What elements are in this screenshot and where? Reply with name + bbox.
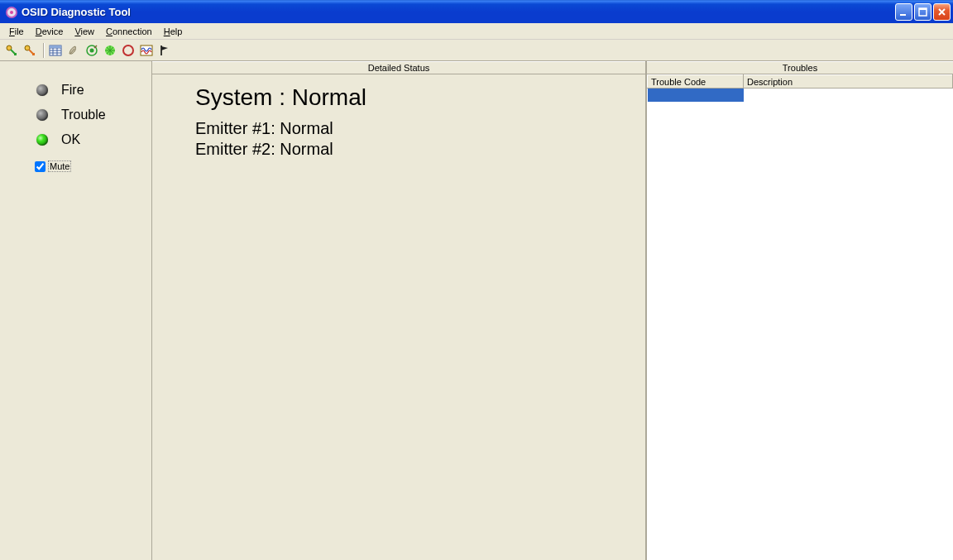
menu-file[interactable]: File	[3, 26, 30, 37]
status-fire-row: Fire	[0, 78, 151, 103]
menu-connection-label-rest: onnection	[113, 26, 152, 36]
title-bar: OSID Diagnostic Tool	[0, 0, 953, 23]
svg-rect-13	[50, 45, 61, 48]
toolbar-connect-green-button[interactable]	[3, 42, 20, 59]
toolbar-connect-orange-button[interactable]	[22, 42, 38, 59]
detailed-status-panel: Detailed Status System : Normal Emitter …	[152, 61, 647, 560]
toolbar	[0, 40, 953, 61]
detailed-status-body: System : Normal Emitter #1: Normal Emitt…	[152, 74, 645, 560]
fire-led-icon	[36, 84, 48, 96]
menu-help-label-rest: elp	[170, 26, 183, 36]
maximize-button[interactable]	[914, 3, 931, 21]
troubles-header: Troubles	[647, 61, 953, 74]
trouble-code-cell	[648, 89, 744, 102]
table-row[interactable]	[648, 89, 953, 102]
toolbar-star-green-button[interactable]	[102, 42, 118, 59]
status-trouble-row: Trouble	[0, 103, 151, 127]
svg-point-16	[90, 48, 94, 52]
troubles-col-desc[interactable]: Description	[744, 75, 953, 89]
window-controls	[895, 3, 951, 21]
mute-row: Mute	[0, 152, 151, 172]
detailed-status-header: Detailed Status	[152, 61, 645, 74]
main-panels: Detailed Status System : Normal Emitter …	[152, 61, 953, 560]
status-sidebar: Fire Trouble OK Mute	[0, 61, 152, 560]
toolbar-wave-button[interactable]	[138, 42, 155, 59]
window-title: OSID Diagnostic Tool	[22, 6, 131, 18]
troubles-panel: Troubles Trouble Code Description	[647, 61, 953, 560]
emitter1-status-line: Emitter #1: Normal	[195, 119, 645, 138]
toolbar-target-button[interactable]	[84, 42, 100, 59]
svg-point-1	[10, 11, 13, 14]
menu-bar: File Device View Connection Help	[0, 23, 953, 40]
status-ok-row: OK	[0, 127, 151, 152]
mute-checkbox[interactable]	[35, 161, 45, 172]
ok-label: OK	[61, 132, 80, 147]
svg-rect-4	[919, 8, 927, 10]
toolbar-grid-button[interactable]	[47, 42, 64, 59]
toolbar-separator	[43, 43, 44, 58]
fire-label: Fire	[61, 83, 84, 98]
menu-device-label-rest: evice	[42, 26, 64, 36]
app-icon	[5, 6, 18, 19]
menu-view-label-rest: iew	[81, 26, 95, 36]
troubles-body: Trouble Code Description	[647, 74, 953, 560]
svg-point-18	[123, 45, 133, 55]
menu-device[interactable]: Device	[30, 26, 69, 37]
svg-rect-2	[900, 14, 906, 16]
mute-label[interactable]: Mute	[48, 160, 71, 172]
menu-view[interactable]: View	[69, 26, 100, 37]
toolbar-circle-red-button[interactable]	[120, 42, 136, 59]
system-status-line: System : Normal	[195, 84, 645, 111]
menu-connection[interactable]: Connection	[100, 26, 158, 37]
troubles-table: Trouble Code Description	[647, 74, 953, 102]
trouble-desc-cell	[744, 89, 953, 102]
toolbar-flag-button[interactable]	[156, 42, 173, 59]
menu-help[interactable]: Help	[158, 26, 189, 37]
trouble-label: Trouble	[61, 108, 106, 122]
trouble-led-icon	[36, 109, 48, 121]
troubles-col-code[interactable]: Trouble Code	[648, 75, 744, 89]
content-area: Fire Trouble OK Mute Detailed Status Sys…	[0, 61, 953, 560]
close-button[interactable]	[933, 3, 951, 21]
menu-file-label-rest: ile	[15, 26, 24, 36]
ok-led-icon	[36, 134, 48, 146]
emitter2-status-line: Emitter #2: Normal	[195, 140, 645, 159]
toolbar-leaf-button[interactable]	[65, 42, 82, 59]
minimize-button[interactable]	[895, 3, 912, 21]
